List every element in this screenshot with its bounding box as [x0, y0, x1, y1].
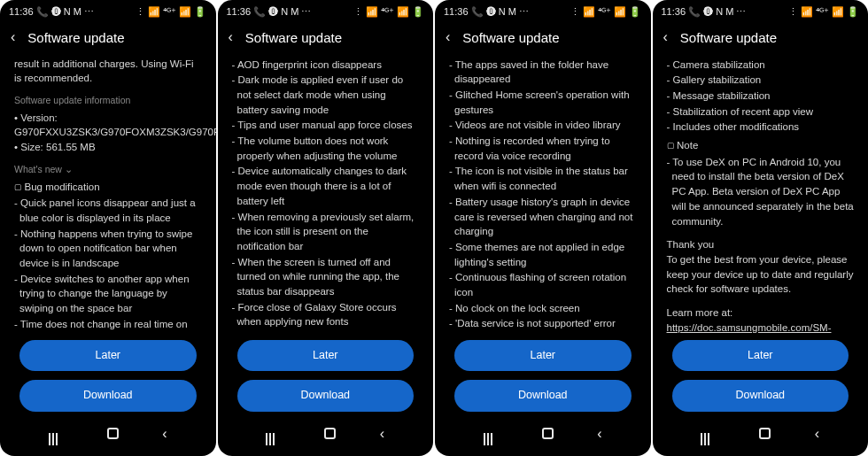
version-label: Version: — [20, 112, 58, 123]
download-button[interactable]: Download — [672, 380, 849, 412]
list-item: - Device switches to another app when tr… — [14, 272, 202, 316]
chevron-down-icon: ⌄ — [65, 164, 73, 174]
status-bar: 11:36 📞 🅞 N M ⋯ ⋮ 📶 ⁴ᴳ⁺ 📶 🔋 — [653, 0, 869, 20]
status-bar: 11:36 📞 🅞 N M ⋯ ⋮ 📶 ⁴ᴳ⁺ 📶 🔋 — [218, 0, 434, 20]
clock: 11:36 — [444, 5, 469, 19]
status-icons-right: ⋮ 📶 ⁴ᴳ⁺ 📶 🔋 — [788, 5, 859, 19]
button-row: Later Download — [435, 333, 651, 415]
nav-recent-icon[interactable] — [701, 433, 715, 435]
list-item: - Tips and user manual app force closes — [232, 118, 420, 133]
status-icons-left: 📞 🅞 N M ⋯ — [36, 5, 94, 19]
info-block: • Version: G970FXXU3ZSK3/G970FOXM3ZSK3/G… — [14, 111, 202, 154]
status-icons-right: ⋮ 📶 ⁴ᴳ⁺ 📶 🔋 — [136, 5, 206, 19]
page-title: Software update — [245, 28, 342, 47]
screenshot-panel-3: 11:36 📞 🅞 N M ⋯ ⋮ 📶 ⁴ᴳ⁺ 📶 🔋 ‹ Software u… — [435, 0, 651, 456]
list-item: - AOD fingerprint icon disappears — [232, 58, 420, 73]
later-button[interactable]: Later — [454, 340, 632, 372]
clock: 11:36 — [227, 5, 252, 19]
nav-back-icon[interactable]: ‹ — [597, 424, 601, 444]
thank-you: Thank you — [667, 237, 855, 252]
later-button[interactable]: Later — [237, 340, 415, 372]
button-row: Later Download — [0, 333, 216, 415]
list-item: - Stabilization of recent app view — [667, 104, 855, 120]
screenshot-panel-2: 11:36 📞 🅞 N M ⋯ ⋮ 📶 ⁴ᴳ⁺ 📶 🔋 ‹ Software u… — [218, 0, 434, 456]
note-heading: Note — [667, 138, 855, 153]
nav-bar: ‹ — [653, 415, 869, 456]
status-icons-right: ⋮ 📶 ⁴ᴳ⁺ 📶 🔋 — [353, 5, 424, 19]
nav-home-icon[interactable] — [107, 428, 119, 439]
status-bar: 11:36 📞 🅞 N M ⋯ ⋮ 📶 ⁴ᴳ⁺ 📶 🔋 — [435, 0, 651, 20]
clock: 11:36 — [9, 5, 34, 19]
list-item: - Camera stabilization — [667, 58, 855, 73]
nav-home-icon[interactable] — [759, 428, 771, 439]
download-button[interactable]: Download — [19, 380, 197, 412]
list-item: - Time does not change in real time on A… — [14, 317, 202, 333]
back-icon[interactable]: ‹ — [229, 27, 233, 47]
list-item: - The apps saved in the folder have disa… — [449, 58, 637, 87]
button-row: Later Download — [218, 333, 434, 415]
list-item: - Device automatically changes to dark m… — [232, 164, 420, 208]
page-title: Software update — [680, 28, 777, 47]
learn-more-link[interactable]: https://doc.samsungmobile.com/SM-G970F/I… — [667, 321, 855, 333]
nav-home-icon[interactable] — [542, 428, 554, 439]
release-notes: - The apps saved in the folder have disa… — [435, 57, 651, 333]
note-text: - To use DeX on PC in Android 10, you ne… — [667, 155, 855, 228]
list-item: - Quick panel icons disappear and just a… — [14, 196, 202, 225]
back-icon[interactable]: ‹ — [663, 27, 668, 47]
screenshot-panel-4: 11:36 📞 🅞 N M ⋯ ⋮ 📶 ⁴ᴳ⁺ 📶 🔋 ‹ Software u… — [653, 0, 869, 456]
later-button[interactable]: Later — [672, 340, 849, 372]
later-button[interactable]: Later — [19, 340, 197, 372]
status-icons-right: ⋮ 📶 ⁴ᴳ⁺ 📶 🔋 — [570, 5, 641, 19]
nav-recent-icon[interactable] — [49, 433, 63, 435]
version-value: G970FXXU3ZSK3/G970FOXM3ZSK3/G970FXXU3ZSK… — [14, 127, 216, 137]
header: ‹ Software update — [653, 20, 869, 56]
nav-bar: ‹ — [435, 415, 651, 456]
list-item: - Continuous flashing of screen rotation… — [449, 270, 637, 299]
nav-back-icon[interactable]: ‹ — [380, 424, 384, 444]
nav-recent-icon[interactable] — [266, 433, 280, 435]
info-label: Software update information — [14, 94, 202, 107]
list-item: - Force close of Galaxy Store occurs whe… — [232, 300, 420, 329]
list-item: - When the screen is turned off and turn… — [232, 255, 420, 299]
nav-back-icon[interactable]: ‹ — [815, 424, 819, 444]
release-notes: - Camera stabilization - Gallery stabili… — [653, 57, 869, 333]
download-button[interactable]: Download — [454, 380, 632, 412]
size-label: Size: — [20, 142, 46, 152]
list-item: - Glitched Home screen's operation with … — [449, 88, 637, 117]
nav-home-icon[interactable] — [324, 428, 336, 439]
status-icons-left: 📞 🅞 N M ⋯ — [688, 5, 746, 19]
status-bar: 11:36 📞 🅞 N M ⋯ ⋮ 📶 ⁴ᴳ⁺ 📶 🔋 — [0, 0, 216, 20]
whatsnew-label[interactable]: What's new ⌄ — [14, 163, 202, 176]
list-item: - The icon is not visible in the status … — [449, 164, 637, 193]
release-notes: - AOD fingerprint icon disappears - Dark… — [218, 57, 434, 333]
list-item: - Dark mode is applied even if user do n… — [232, 73, 420, 117]
list-item: - Some themes are not applied in edge li… — [449, 240, 637, 269]
list-item: - The volume button does not work proper… — [232, 134, 420, 163]
status-icons-left: 📞 🅞 N M ⋯ — [253, 5, 311, 19]
release-notes: Bug modification - Quick panel icons dis… — [14, 180, 202, 333]
size-value: 561.55 MB — [46, 142, 96, 152]
back-icon[interactable]: ‹ — [11, 27, 15, 47]
closing-message: To get the best from your device, please… — [667, 252, 855, 297]
list-item: - Nothing happens when trying to swipe d… — [14, 227, 202, 271]
content: result in additional charges. Using Wi-F… — [0, 57, 216, 333]
back-icon[interactable]: ‹ — [446, 27, 450, 47]
page-title: Software update — [462, 28, 559, 47]
list-item: - No clock on the lock screen — [449, 301, 637, 316]
download-button[interactable]: Download — [237, 380, 415, 412]
list-item: - Message stabilization — [667, 89, 855, 104]
list-item: - Gallery stabilization — [667, 73, 855, 88]
intro-text: result in additional charges. Using Wi-F… — [14, 57, 202, 85]
button-row: Later Download — [653, 333, 869, 415]
learn-more-label: Learn more at: — [667, 305, 855, 321]
list-item: - Battery usage history's graph in devic… — [449, 195, 637, 239]
nav-back-icon[interactable]: ‹ — [162, 424, 167, 444]
list-item: - 'Data service is not supported' error … — [449, 316, 637, 332]
nav-bar: ‹ — [0, 415, 216, 456]
list-item: - Includes other modifications — [667, 120, 855, 135]
page-title: Software update — [27, 28, 124, 47]
header: ‹ Software update — [218, 20, 434, 56]
list-item: - Nothing is recorded when trying to rec… — [449, 134, 637, 163]
header: ‹ Software update — [0, 20, 216, 56]
nav-recent-icon[interactable] — [484, 433, 498, 435]
